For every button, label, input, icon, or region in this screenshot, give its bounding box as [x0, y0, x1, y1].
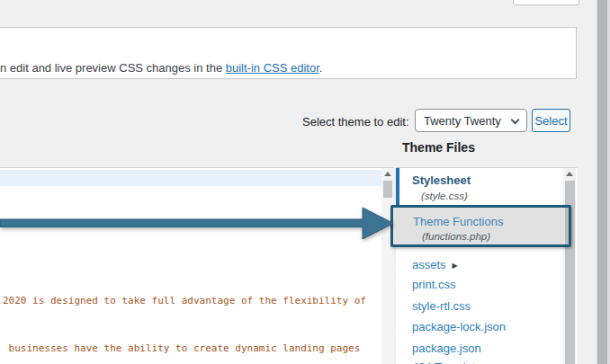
notice-text: n edit and live preview CSS changes in t…	[0, 61, 322, 75]
editor-active-line-highlight	[0, 170, 381, 186]
theme-select-dropdown[interactable]: Twenty Twenty	[415, 109, 527, 132]
page-scrollbar-thumb[interactable]	[597, 0, 607, 364]
chevron-down-icon	[511, 116, 520, 125]
editor-code-text[interactable]: 2020 is designed to take full advantage …	[3, 262, 378, 364]
file-item-print-css[interactable]: print.css	[412, 278, 455, 291]
wordpress-theme-editor-page: n edit and live preview CSS changes in t…	[0, 0, 610, 364]
file-item-package-json[interactable]: package.json	[412, 342, 481, 355]
annotation-highlight-box	[390, 205, 571, 247]
file-panel-scrollbar[interactable]	[563, 168, 576, 364]
file-item-style-rtl-css[interactable]: style-rtl.css	[412, 299, 471, 313]
builtin-css-editor-link[interactable]: built-in CSS editor	[226, 61, 319, 75]
code-line: businesses have the ability to create dy…	[3, 341, 378, 357]
scroll-up-icon[interactable]	[384, 172, 391, 176]
folder-expand-icon[interactable]: ▶	[453, 262, 458, 270]
code-line: 2020 is designed to take full advantage …	[3, 293, 378, 309]
file-item-stylesheet-filename: (style.css)	[421, 191, 468, 201]
theme-select-value: Twenty Twenty	[424, 114, 501, 128]
folder-item-assets[interactable]: assets▶	[412, 258, 458, 271]
notice-text-before: n edit and live preview CSS changes in t…	[0, 61, 226, 75]
notice-box: n edit and live preview CSS changes in t…	[0, 27, 577, 79]
scroll-up-icon[interactable]	[566, 172, 573, 176]
select-theme-label: Select theme to edit:	[302, 115, 409, 129]
editor-scrollbar-thumb[interactable]	[383, 181, 392, 198]
annotation-arrow-icon	[0, 203, 396, 246]
folder-item-assets-label: assets	[412, 258, 446, 271]
theme-files-heading: Theme Files	[402, 140, 475, 155]
notice-text-after: .	[319, 61, 323, 75]
active-file-indicator	[396, 168, 399, 208]
editor-scrollbar[interactable]	[381, 168, 394, 364]
file-item-404-template-partial[interactable]: 404 Template	[412, 360, 482, 364]
file-item-package-lock-json[interactable]: package-lock.json	[412, 320, 506, 333]
help-button-partial[interactable]	[513, 0, 579, 5]
file-item-stylesheet[interactable]: Stylesheet	[412, 173, 471, 187]
select-theme-button[interactable]: Select	[532, 109, 570, 132]
